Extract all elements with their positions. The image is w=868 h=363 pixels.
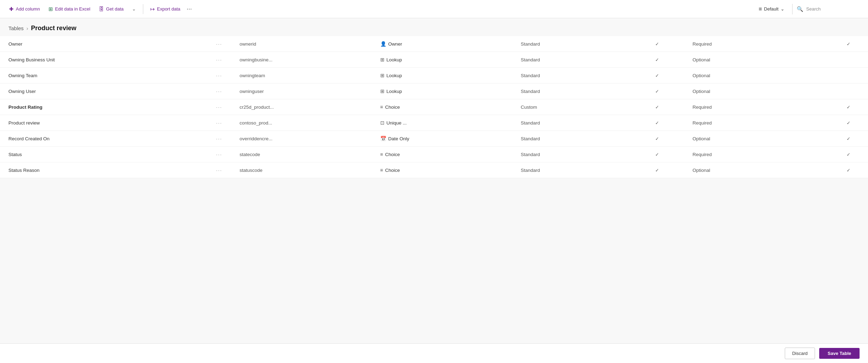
breadcrumb-separator: › [26,25,28,31]
column-type-cell: ≡ Choice [376,162,517,178]
search-icon: 🔍 [797,6,803,12]
breadcrumb-tables-link[interactable]: Tables [8,25,24,31]
search-box[interactable]: 🔍 Search [792,4,862,14]
column-type-cell: ≡ Choice [376,99,517,115]
column-name: Owning Team [8,73,37,78]
column-name-cell: Owning Team [0,68,203,83]
toolbar-divider [143,4,143,14]
column-logical-name: overriddencre... [235,131,376,147]
chevron-down-icon: ⌄ [132,6,136,12]
table-row: Status Reason ··· statuscode ≡ Choice St… [0,162,868,178]
column-required-check: ✓ [829,162,868,178]
column-name: Record Created On [8,136,50,141]
column-menu-button[interactable]: ··· [203,83,235,99]
view-lines-icon: ≡ [758,6,762,12]
searchable-check: ✓ [655,105,659,110]
column-required-check [829,68,868,83]
column-searchable: ✓ [626,115,688,131]
column-required-check: ✓ [829,99,868,115]
column-name: Status [8,152,22,157]
column-menu-button[interactable]: ··· [203,36,235,52]
column-menu-button[interactable]: ··· [203,68,235,83]
edit-excel-button[interactable]: ⊞ Edit data in Excel [45,4,94,14]
searchable-check: ✓ [655,120,659,126]
column-searchable: ✓ [626,36,688,52]
column-custom: Standard [517,83,626,99]
column-name-cell: Status Reason [0,162,203,178]
searchable-check: ✓ [655,57,659,62]
column-logical-name: contoso_prod... [235,115,376,131]
type-icon: ≡ [380,152,383,157]
column-searchable: ✓ [626,83,688,99]
column-name-cell: Product review [0,115,203,131]
column-type: Lookup [387,57,402,62]
column-name-cell: Product Rating [0,99,203,115]
column-logical-name: cr25d_product... [235,99,376,115]
type-icon: ⊞ [380,73,384,78]
column-custom: Standard [517,147,626,162]
column-name: Product Rating [8,105,42,110]
column-name-cell: Record Created On [0,131,203,147]
column-menu-button[interactable]: ··· [203,52,235,68]
table-row: Owner ··· ownerid 👤 Owner Standard ✓ Req… [0,36,868,52]
column-type: Owner [388,41,402,47]
column-required-check [829,83,868,99]
add-column-icon: ✚ [9,6,14,12]
dropdown-button[interactable]: ⌄ [129,4,139,14]
column-logical-name: owninguser [235,83,376,99]
required-check-mark: ✓ [847,120,850,126]
column-name-cell: Owning User [0,83,203,99]
required-check-mark: ✓ [847,168,850,173]
column-menu-button[interactable]: ··· [203,99,235,115]
table-row: Owning Business Unit ··· owningbusine...… [0,52,868,68]
column-required: Optional [688,52,829,68]
table-row: Product review ··· contoso_prod... ⊡ Uni… [0,115,868,131]
export-data-label: Export data [157,6,180,12]
column-type: Lookup [387,89,402,94]
get-data-button[interactable]: 🗄 Get data [95,4,127,14]
export-data-button[interactable]: ↦ Export data [147,4,184,14]
columns-table: Owner ··· ownerid 👤 Owner Standard ✓ Req… [0,36,868,178]
toolbar-right: ≡ Default ⌄ 🔍 Search [755,4,862,14]
column-type: Choice [385,168,400,173]
search-label: Search [806,6,821,12]
type-icon: 👤 [380,41,386,47]
table-row: Owning User ··· owninguser ⊞ Lookup Stan… [0,83,868,99]
searchable-check: ✓ [655,136,659,141]
column-menu-button[interactable]: ··· [203,131,235,147]
column-type-cell: ⊡ Unique ... [376,115,517,131]
column-type-cell: 📅 Date Only [376,131,517,147]
export-icon: ↦ [150,6,155,12]
excel-icon: ⊞ [48,6,53,12]
view-selector-button[interactable]: ≡ Default ⌄ [755,4,788,14]
column-required-check: ✓ [829,115,868,131]
more-options-label: ··· [186,5,192,13]
column-required: Required [688,99,829,115]
column-menu-button[interactable]: ··· [203,162,235,178]
type-icon: ≡ [380,104,383,110]
edit-excel-label: Edit data in Excel [55,6,90,12]
required-check-mark: ✓ [847,105,850,110]
column-name-cell: Owner [0,36,203,52]
get-data-icon: 🗄 [99,6,104,12]
columns-table-container: Owner ··· ownerid 👤 Owner Standard ✓ Req… [0,36,868,178]
column-required: Optional [688,68,829,83]
add-column-button[interactable]: ✚ Add column [6,4,44,14]
column-menu-button[interactable]: ··· [203,147,235,162]
column-name-cell: Status [0,147,203,162]
column-menu-button[interactable]: ··· [203,115,235,131]
column-name: Owning User [8,89,36,94]
breadcrumb: Tables › Product review [0,18,868,36]
searchable-check: ✓ [655,168,659,173]
column-type-cell: ≡ Choice [376,147,517,162]
required-check-mark: ✓ [847,136,850,141]
searchable-check: ✓ [655,89,659,94]
column-custom: Standard [517,52,626,68]
column-type-cell: ⊞ Lookup [376,52,517,68]
column-custom: Standard [517,68,626,83]
column-logical-name: owningbusine... [235,52,376,68]
column-required: Required [688,115,829,131]
more-options-button[interactable]: ··· [185,5,193,13]
column-logical-name: owningteam [235,68,376,83]
column-name: Owner [8,41,22,47]
